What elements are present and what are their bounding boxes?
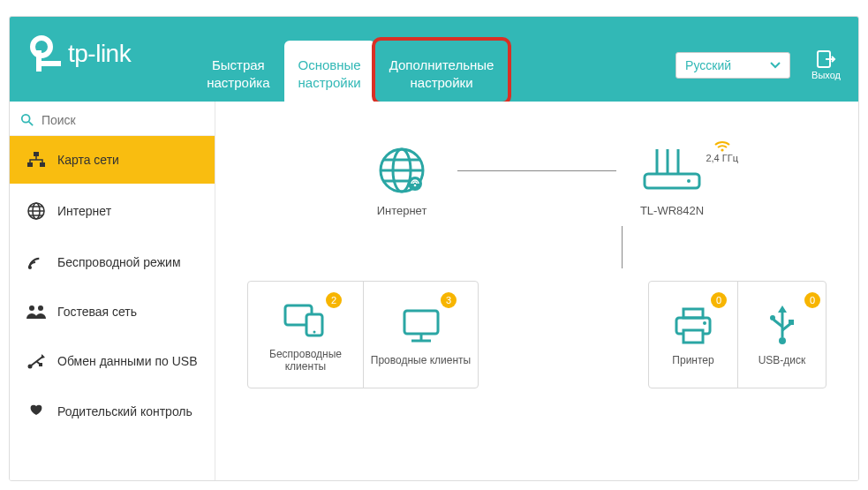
svg-point-25 bbox=[408, 177, 422, 191]
sidebar-item-label: Карта сети bbox=[57, 153, 119, 168]
brand-logo: tp-link bbox=[29, 34, 131, 73]
sidebar-item-internet[interactable]: Интернет bbox=[10, 186, 215, 238]
parental-icon bbox=[24, 404, 49, 418]
monitor-icon bbox=[399, 307, 443, 344]
printer-count-badge: 0 bbox=[711, 292, 727, 308]
sidebar-item-parental[interactable]: Родительский контроль bbox=[10, 388, 215, 438]
usb-trident-icon bbox=[767, 305, 797, 346]
sidebar-item-network-map[interactable]: Карта сети bbox=[10, 136, 215, 186]
wifi-band-badge: 2,4 ГГц bbox=[706, 140, 738, 163]
svg-rect-36 bbox=[404, 311, 438, 334]
globe-icon bbox=[24, 202, 49, 220]
svg-point-16 bbox=[38, 305, 43, 311]
usb-icon bbox=[24, 354, 49, 370]
sidebar-item-label: Родительский контроль bbox=[57, 404, 192, 419]
devices-icon bbox=[283, 302, 328, 337]
card-label: Принтер bbox=[672, 354, 713, 366]
topology-internet-label: Интернет bbox=[377, 204, 427, 217]
usb-card-group: 0 Принтер 0 USB-диск bbox=[648, 281, 826, 388]
wireless-clients-count-badge: 2 bbox=[326, 292, 342, 308]
guests-icon bbox=[24, 305, 49, 319]
svg-point-32 bbox=[687, 179, 691, 183]
printer-card[interactable]: 0 Принтер bbox=[649, 282, 737, 388]
svg-marker-19 bbox=[42, 354, 45, 358]
svg-point-27 bbox=[721, 148, 723, 151]
language-select[interactable]: Русский bbox=[676, 52, 790, 79]
sidebar-item-label: Интернет bbox=[57, 204, 111, 219]
sidebar-item-guest[interactable]: Гостевая сеть bbox=[10, 289, 215, 338]
header: tp-link Быстрая настройка Основные настр… bbox=[10, 17, 858, 102]
svg-point-43 bbox=[779, 337, 786, 344]
sidebar-item-label: Гостевая сеть bbox=[57, 305, 137, 320]
wireless-clients-card[interactable]: 2 Беспроводные клиенты bbox=[248, 282, 363, 388]
sidebar: Карта сети Интернет Беспроводной режим Г… bbox=[10, 102, 215, 480]
language-selected: Русский bbox=[685, 58, 731, 72]
brand-text: tp-link bbox=[68, 40, 131, 68]
svg-rect-2 bbox=[42, 61, 61, 66]
search-input[interactable] bbox=[42, 113, 204, 127]
wifi-icon bbox=[24, 254, 49, 270]
usb-disk-count-badge: 0 bbox=[804, 292, 820, 308]
svg-rect-1 bbox=[36, 50, 42, 72]
logout-icon bbox=[817, 50, 836, 68]
chevron-down-icon bbox=[770, 62, 781, 69]
topology-router-node[interactable]: 2,4 ГГц TL-WR842N bbox=[623, 146, 721, 217]
topology-internet-node[interactable]: Интернет bbox=[353, 146, 450, 217]
topology-connector-vline bbox=[622, 226, 623, 268]
tab-advanced[interactable]: Дополнительные настройки bbox=[375, 41, 509, 102]
usb-disk-card[interactable]: 0 USB-диск bbox=[737, 282, 826, 388]
svg-marker-45 bbox=[778, 305, 787, 313]
sidebar-item-label: Беспроводной режим bbox=[57, 255, 181, 270]
svg-point-42 bbox=[703, 321, 706, 325]
svg-point-14 bbox=[28, 266, 32, 269]
globe-large-icon bbox=[378, 147, 426, 194]
tab-quick-setup[interactable]: Быстрая настройка bbox=[192, 41, 283, 102]
wired-clients-count-badge: 3 bbox=[441, 292, 457, 308]
tab-basic[interactable]: Основные настройки bbox=[284, 41, 375, 102]
svg-rect-41 bbox=[683, 330, 703, 343]
main-panel: Интернет 2,4 ГГц bbox=[215, 102, 858, 480]
tabs-nav: Быстрая настройка Основные настройки Доп… bbox=[192, 17, 508, 102]
svg-point-15 bbox=[29, 305, 34, 311]
svg-rect-47 bbox=[789, 320, 794, 325]
svg-rect-6 bbox=[34, 152, 39, 156]
topology-connector-line bbox=[457, 170, 616, 171]
card-label: Беспроводные клиенты bbox=[253, 348, 358, 373]
topology-router-label: TL-WR842N bbox=[640, 204, 704, 217]
printer-icon bbox=[673, 307, 713, 344]
svg-point-4 bbox=[22, 115, 30, 123]
svg-rect-31 bbox=[645, 174, 699, 188]
router-icon bbox=[641, 149, 703, 192]
search-row[interactable] bbox=[10, 105, 215, 136]
logout-button[interactable]: Выход bbox=[811, 50, 841, 80]
svg-point-26 bbox=[414, 185, 417, 187]
sidebar-item-wireless[interactable]: Беспроводной режим bbox=[10, 238, 215, 289]
sidebar-item-usb-share[interactable]: Обмен данными по USB bbox=[10, 338, 215, 388]
svg-point-46 bbox=[770, 315, 775, 320]
svg-rect-8 bbox=[40, 162, 45, 167]
card-label: USB-диск bbox=[759, 354, 806, 366]
svg-point-35 bbox=[313, 331, 316, 334]
network-map-icon bbox=[24, 152, 49, 168]
sidebar-item-label: Обмен данными по USB bbox=[57, 354, 198, 369]
svg-line-5 bbox=[29, 122, 33, 125]
search-icon bbox=[20, 112, 34, 128]
svg-rect-18 bbox=[39, 363, 42, 366]
svg-rect-7 bbox=[27, 162, 33, 167]
card-label: Проводные клиенты bbox=[371, 354, 471, 366]
wired-clients-card[interactable]: 3 Проводные клиенты bbox=[363, 282, 478, 388]
wifi-signal-icon bbox=[714, 140, 730, 153]
clients-card-group: 2 Беспроводные клиенты 3 Проводные клиен… bbox=[247, 281, 479, 388]
